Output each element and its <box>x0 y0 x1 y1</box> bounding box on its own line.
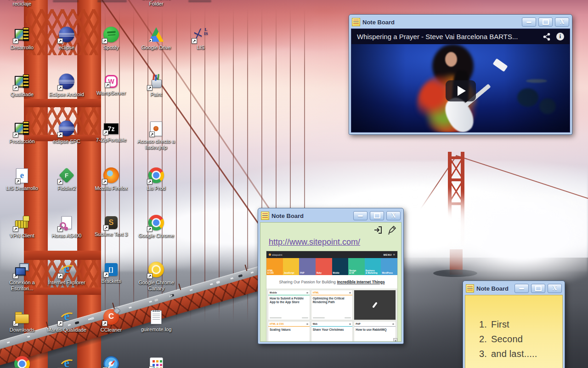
partial-label <box>53 0 79 2</box>
video-frame[interactable] <box>351 44 570 132</box>
eclipse-icon <box>59 74 74 89</box>
close-button[interactable]: X <box>555 17 569 27</box>
desktop-icon-qualidade[interactable]: Qualidade <box>0 74 44 98</box>
minimize-button[interactable] <box>522 17 536 27</box>
rdp-icon <box>14 262 30 277</box>
desktop-icon-spotify[interactable]: Spotify <box>89 27 133 51</box>
desktop-icon-eclipse-android[interactable]: Eclipse Android <box>45 74 89 98</box>
shortcut-arrow-icon <box>102 321 107 326</box>
folder-icon <box>14 309 30 325</box>
window-title: Note Board <box>476 285 512 292</box>
eclipse-icon <box>59 27 74 42</box>
note-content[interactable]: http://www.sitepoint.com/ sitepoint MENU… <box>260 222 401 342</box>
desktop-icon-label: Internet Explorer <box>45 280 89 286</box>
desktop-icon-mozilla-firefox[interactable]: Mozilla Firefox <box>89 167 133 191</box>
shortcut-arrow-icon <box>192 38 197 44</box>
shortcut-arrow-icon <box>13 38 18 44</box>
desktop-icon-label: 7-ZipPortable <box>89 137 133 143</box>
desktop-icon-mantis-qualidade[interactable]: eMantis Qualidade <box>45 309 89 333</box>
desktop-icon-label: VPN Client <box>0 233 44 239</box>
site-tile: PHP <box>299 258 316 275</box>
site-tile-label: HTML & CSS <box>267 270 274 274</box>
scrollbar-down-arrow[interactable] <box>393 338 397 342</box>
desktop-icon-horas-as400[interactable]: Horas AS400 <box>45 215 89 239</box>
canary-icon <box>148 262 164 277</box>
desktop-icon-safari[interactable] <box>89 356 133 368</box>
edit-pencil-icon[interactable] <box>387 225 396 235</box>
desktop-icon-google-chrome-canary[interactable]: Google Chrome Canary <box>134 262 178 292</box>
shortcut-arrow-icon <box>147 38 153 44</box>
desktop-icon-ie[interactable]: e <box>45 356 89 368</box>
desktop-icon-label: Downloads <box>0 327 44 333</box>
desktop-icon-eclipse-spc[interactable]: eclipse SPC <box>45 121 89 144</box>
titlebar[interactable]: Note Board X <box>260 210 401 222</box>
desktop-icon-ccleaner[interactable]: CCCleaner <box>89 309 133 333</box>
desktop-icon-eclipse[interactable]: eclipse <box>45 27 89 51</box>
card-title: How to use RabbitMQ <box>354 327 396 332</box>
desktop-icon-producci-n[interactable]: Producción <box>0 121 44 144</box>
minimize-button[interactable] <box>514 284 529 293</box>
desktop-icon-google-chrome[interactable]: Google Chrome <box>134 215 178 239</box>
desktop-icon-desarrollo[interactable]: Desarrollo <box>0 27 44 51</box>
desktop-icon-internet-explorer[interactable]: eInternet Explorer <box>45 262 89 286</box>
desktop-icon-lis-desarrollo[interactable]: eLIS Desarrollo <box>0 167 44 191</box>
desktop-icon-wampserver[interactable]: WWampServer <box>89 74 133 96</box>
desktop-icon-brackets[interactable]: []Brackets <box>89 262 133 284</box>
card-meta-icon <box>306 292 308 293</box>
desktop-icon-label: LIS <box>179 45 223 51</box>
desktop-icon-label: Producción <box>0 138 44 144</box>
minimize-button[interactable] <box>353 211 368 220</box>
desktop-icon-7-zipportable[interactable]: 7z7-ZipPortable <box>89 121 133 143</box>
info-icon[interactable]: i <box>556 33 564 40</box>
wamp-icon: W <box>105 75 118 88</box>
card-category: Web <box>313 322 317 325</box>
share-icon[interactable] <box>543 33 551 41</box>
logfile-icon <box>151 310 162 324</box>
shortcut-arrow-icon <box>13 226 18 232</box>
site-menu-button: MENU <box>384 253 395 256</box>
shortcut-arrow-icon <box>57 179 63 184</box>
desktop-icon-conexi-n-a-escritori[interactable]: Conexión a Escritori... <box>0 262 44 292</box>
desktop-icon-label: Desarrollo <box>0 45 44 51</box>
desktop-icon-lis[interactable]: LISLIS <box>179 27 223 51</box>
note-list-item: 1.First <box>465 319 562 330</box>
sitepoint-link[interactable]: http://www.sitepoint.com/ <box>269 237 360 247</box>
maximize-button[interactable] <box>538 17 553 27</box>
maximize-button[interactable] <box>531 284 545 293</box>
card-meta-icon <box>392 323 394 325</box>
card-category: HTML & CSS <box>270 322 283 325</box>
desktop-icon-fiddler2[interactable]: FFiddler2 <box>45 167 89 191</box>
desktop-icon-chrome[interactable] <box>0 356 44 368</box>
site-headline-emphasis: Incredible Internet Things <box>337 280 385 284</box>
ie-icon: e <box>59 262 74 277</box>
site-article-card: WebShare Your Christmas <box>311 322 353 342</box>
close-button[interactable]: X <box>386 211 401 220</box>
desktop-icon-lis-prod[interactable]: Lis Prod <box>134 167 178 191</box>
card-meta-icon <box>306 323 308 325</box>
maximize-button[interactable] <box>370 211 384 220</box>
close-button[interactable]: X <box>548 284 562 293</box>
desktop-icon-grid[interactable] <box>134 356 178 368</box>
desktop-icon-guiremote-log[interactable]: guiremote.log <box>134 309 178 333</box>
jnlp-icon <box>150 121 162 136</box>
shortcut-arrow-icon <box>102 179 107 184</box>
card-title: How to Submit a Pebble App to the App St… <box>268 295 310 305</box>
play-button[interactable] <box>446 80 476 101</box>
note-content[interactable]: 1.First2.Second3.and last..... <box>465 295 563 368</box>
desktop-icon-vpn-client[interactable]: VPN Client <box>0 215 44 239</box>
desktop-icon-label: Lis Prod <box>134 185 178 191</box>
titlebar[interactable]: Note Board X <box>465 283 563 295</box>
desktop-icon-google-drive[interactable]: Google Drive <box>134 27 178 51</box>
desktop-icon-downloads[interactable]: Downloads <box>0 309 44 333</box>
site-cards-row1: MobileHow to Submit a Pebble App to the … <box>266 288 397 322</box>
window-noteboard-link: Note Board X http://www.sitepoint.com/ s… <box>258 208 404 344</box>
ie-icon: e <box>59 356 74 368</box>
window-title: Note Board <box>362 19 520 26</box>
titlebar[interactable]: Note Board X <box>351 17 570 29</box>
desktop-icon-paint[interactable]: Paint <box>134 74 178 98</box>
open-in-browser-icon[interactable] <box>373 225 383 235</box>
desktop-icon-sublime-text-3[interactable]: SSublime Text 3 <box>89 215 133 237</box>
desktop-icon-acceso-directo-a-lisdev-jnlp[interactable]: Acceso directo a lisdev.jnlp <box>134 121 178 150</box>
spotify-icon <box>103 27 119 42</box>
site-logo: sitepoint <box>269 253 282 256</box>
